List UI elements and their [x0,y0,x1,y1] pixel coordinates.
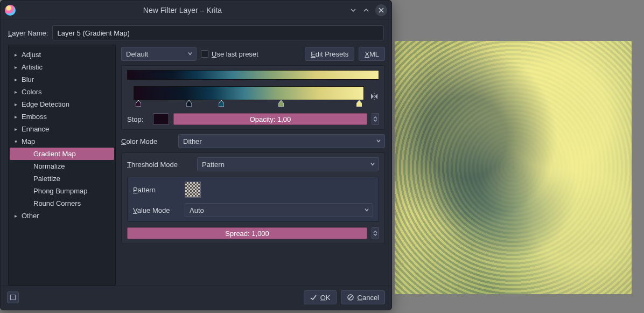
tree-item-round-corners[interactable]: Round Corners [10,197,114,210]
tree-item-normalize[interactable]: Normalize [10,160,114,172]
dialog-new-filter-layer: New Filter Layer – Krita Layer Name: ▸Ad… [0,0,392,310]
use-last-preset-label: Use last preset [212,50,258,58]
mirror-gradient-icon[interactable] [369,92,379,103]
gradient-stop-marker[interactable] [219,100,224,107]
chevron-down-icon [187,50,193,58]
cancel-button[interactable]: Cancel [341,290,385,304]
gradient-preview [127,70,379,80]
tree-item-adjust[interactable]: ▸Adjust [10,48,114,61]
spread-spinner[interactable] [372,227,379,239]
checkbox-icon [201,50,208,58]
color-mode-dropdown[interactable]: Dither [178,134,385,148]
tree-item-gradient-map[interactable]: Gradient Map [10,148,114,160]
chevron-down-icon [364,206,369,214]
color-mode-row: Color Mode Dither [121,134,385,148]
preset-dropdown[interactable]: Default [121,47,197,61]
tree-item-palettize[interactable]: Palettize [10,172,114,185]
krita-app-icon [5,5,16,16]
chevron-down-icon [370,161,375,169]
titlebar: New Filter Layer – Krita [1,1,391,20]
xml-button[interactable]: XML [359,47,385,61]
gradient-stop-marker[interactable] [278,100,284,107]
layer-name-label: Layer Name: [8,29,48,37]
tree-item-edge-detection[interactable]: ▸Edge Detection [10,98,114,110]
spread-slider[interactable]: Spread: 1,000 [127,227,367,239]
tree-item-phong-bumpmap[interactable]: Phong Bumpmap [10,185,114,197]
pattern-subgroup: Pattern Value Mode Auto [127,177,379,222]
dialog-footer: OK Cancel [1,286,391,310]
svg-line-4 [348,296,352,300]
gradient-stop-marker[interactable] [186,100,192,107]
opacity-spinner[interactable] [372,113,379,125]
threshold-group: Threshold Mode Pattern Pattern Value Mod… [121,152,385,244]
close-button[interactable] [375,4,387,16]
canvas-preview [395,41,632,294]
layer-name-row: Layer Name: [1,20,391,45]
spread-value: Spread: 1,000 [225,229,269,238]
shade-down-icon[interactable] [349,6,357,14]
edit-presets-button[interactable]: Edit Presets [305,47,354,61]
tree-item-other[interactable]: ▸Other [10,210,114,222]
opacity-value: Opacity: 1,00 [250,115,291,123]
tree-item-map[interactable]: ▾Map [10,135,114,148]
tree-item-emboss[interactable]: ▸Emboss [10,110,114,123]
preview-toggle[interactable] [7,291,19,303]
threshold-mode-label: Threshold Mode [127,161,192,169]
chevron-down-icon [376,137,381,145]
value-mode-label: Value Mode [133,206,179,214]
tree-item-blur[interactable]: ▸Blur [10,73,114,86]
ok-button[interactable]: OK [304,290,337,304]
pattern-swatch[interactable] [185,182,201,198]
gradient-stop-marker[interactable] [136,100,141,107]
threshold-mode-dropdown[interactable]: Pattern [197,157,379,171]
gradient-group: Stop: Opacity: 1,00 [121,65,385,130]
use-last-preset-checkbox[interactable]: Use last preset [201,50,258,58]
opacity-slider[interactable]: Opacity: 1,00 [173,113,367,125]
tree-item-enhance[interactable]: ▸Enhance [10,123,114,135]
cancel-icon [347,294,354,301]
tree-item-colors[interactable]: ▸Colors [10,86,114,98]
tree-item-artistic[interactable]: ▸Artistic [10,61,114,73]
stop-label: Stop: [127,115,149,123]
pattern-label: Pattern [133,186,179,194]
value-mode-dropdown[interactable]: Auto [185,203,373,217]
filter-tree[interactable]: ▸Adjust ▸Artistic ▸Blur ▸Colors ▸Edge De… [8,45,116,286]
color-mode-label: Color Mode [121,137,173,145]
shade-up-icon[interactable] [362,6,370,14]
gradient-stop-marker[interactable] [356,100,362,107]
filter-config-pane: Default Use last preset Edit Presets XML [120,45,386,286]
gradient-editor[interactable] [134,86,364,100]
stop-row: Stop: Opacity: 1,00 [127,113,379,125]
check-icon [310,294,317,301]
window-title: New Filter Layer – Krita [16,6,349,15]
layer-name-input[interactable] [52,25,384,40]
gradient-stops-rail[interactable] [134,100,364,108]
preset-toolbar: Default Use last preset Edit Presets XML [121,47,385,61]
stop-color-swatch[interactable] [153,113,169,125]
